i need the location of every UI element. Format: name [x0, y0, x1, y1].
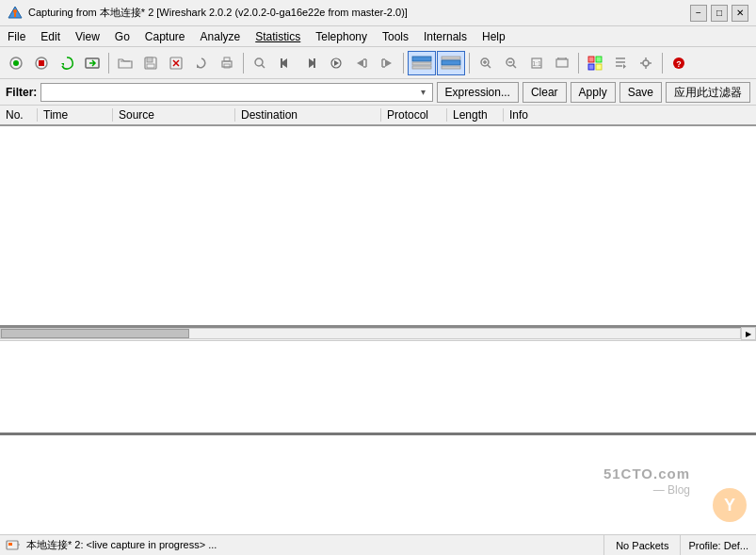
menu-help[interactable]: Help [475, 28, 513, 45]
last-packet-button[interactable] [375, 51, 399, 75]
svg-rect-24 [314, 58, 315, 68]
column-header-source: Source [113, 108, 235, 122]
main-content: No. Time Source Destination Protocol Len… [0, 106, 756, 534]
packet-bytes-pane[interactable]: 51CTO.com — Blog Y [0, 435, 756, 534]
svg-line-20 [262, 65, 265, 68]
svg-rect-57 [596, 64, 602, 70]
zoom-out-button[interactable] [499, 51, 523, 75]
goto-packet-button[interactable] [324, 51, 348, 75]
status-capture-text: 本地连接* 2: <live capture in progress> ... [26, 538, 217, 552]
svg-rect-36 [412, 62, 431, 65]
menu-analyze[interactable]: Analyze [193, 28, 249, 45]
svg-rect-40 [442, 66, 460, 69]
start-capture-button[interactable] [4, 51, 28, 75]
horizontal-scrollbar[interactable]: ▶ [0, 328, 756, 341]
svg-marker-58 [623, 64, 626, 69]
window-controls[interactable]: − □ ✕ [690, 5, 748, 22]
save-button[interactable] [138, 51, 163, 75]
packet-list-pane[interactable] [0, 126, 756, 328]
svg-rect-37 [412, 66, 431, 69]
svg-rect-55 [596, 57, 602, 62]
restart-capture-button[interactable] [55, 51, 79, 75]
svg-rect-2 [14, 13, 16, 17]
svg-marker-31 [385, 59, 392, 67]
next-packet-button[interactable] [298, 51, 323, 75]
svg-text:Y: Y [724, 496, 735, 514]
column-header-info: Info [504, 108, 756, 122]
toolbar-separator-1 [108, 53, 109, 73]
toolbar-separator-3 [403, 53, 404, 73]
print-button[interactable] [215, 51, 239, 75]
toolbar-separator-6 [662, 53, 663, 73]
zoom-fit-button[interactable] [550, 51, 574, 75]
status-no-packets: No Packets [603, 535, 681, 555]
close-button[interactable]: ✕ [732, 5, 748, 22]
maximize-button[interactable]: □ [711, 5, 728, 22]
reload-button[interactable] [189, 51, 214, 75]
svg-point-19 [255, 58, 263, 66]
help-button[interactable]: ? [667, 51, 691, 75]
zoom-reset-button[interactable]: 1:1 [524, 51, 549, 75]
column-header-length: Length [447, 108, 504, 122]
column-header-destination: Destination [235, 108, 381, 122]
zoom-in-button[interactable] [474, 51, 498, 75]
colorize-button[interactable] [583, 51, 607, 75]
filter-dropdown-button[interactable]: ▾ [415, 84, 432, 101]
scrollbar-track[interactable] [0, 328, 741, 339]
svg-point-4 [13, 60, 19, 66]
find-packet-button[interactable] [248, 51, 272, 75]
status-capture-icon [6, 538, 21, 553]
scroll-right-button[interactable]: ▶ [741, 327, 756, 340]
minimize-button[interactable]: − [690, 5, 707, 22]
settings-button[interactable] [634, 51, 658, 75]
apply-this-filter-button[interactable]: 应用此过滤器 [666, 82, 750, 103]
autoscroll-button[interactable] [608, 51, 633, 75]
svg-rect-50 [556, 59, 568, 67]
filter-label: Filter: [6, 86, 37, 99]
menu-telephony[interactable]: Telephony [308, 28, 375, 45]
show-pane-1-button[interactable] [408, 51, 436, 75]
svg-marker-27 [357, 59, 363, 67]
toolbar-separator-5 [578, 53, 579, 73]
svg-point-1 [13, 9, 17, 13]
apply-filter-button[interactable]: Apply [571, 82, 616, 103]
status-profile: Profile: Def... [681, 540, 756, 551]
expression-button[interactable]: Expression... [437, 82, 519, 103]
scrollbar-thumb[interactable] [1, 329, 189, 338]
status-bar: 本地连接* 2: <live capture in progress> ... … [0, 534, 756, 555]
menu-edit[interactable]: Edit [33, 28, 68, 45]
menu-statistics[interactable]: Statistics [248, 28, 308, 45]
first-packet-button[interactable] [349, 51, 374, 75]
watermark-line1: 51CTO.com [603, 465, 690, 482]
menu-view[interactable]: View [68, 28, 107, 45]
clear-filter-button[interactable]: Clear [523, 82, 567, 103]
svg-marker-26 [334, 60, 339, 66]
save-filter-button[interactable]: Save [619, 82, 662, 103]
packet-detail-pane[interactable] [0, 341, 756, 435]
menu-internals[interactable]: Internals [416, 28, 475, 45]
svg-line-42 [488, 65, 491, 68]
menu-tools[interactable]: Tools [375, 28, 416, 45]
menu-file[interactable]: File [0, 28, 33, 45]
menu-capture[interactable]: Capture [137, 28, 193, 45]
menu-go[interactable]: Go [107, 28, 137, 45]
watermark-line2: — Blog [603, 483, 690, 497]
open-button[interactable] [113, 51, 137, 75]
svg-rect-56 [588, 64, 594, 70]
close-file-button[interactable] [164, 51, 188, 75]
svg-rect-54 [588, 57, 594, 62]
title-bar: Capturing from 本地连接* 2 [Wireshark 2.0.2 … [0, 0, 756, 26]
svg-rect-10 [147, 57, 153, 62]
svg-line-46 [513, 65, 516, 68]
show-pane-2-button[interactable] [437, 51, 465, 75]
svg-rect-35 [412, 57, 431, 61]
svg-rect-6 [39, 60, 44, 66]
prev-packet-button[interactable] [273, 51, 298, 75]
toolbar-separator-2 [243, 53, 244, 73]
capture-options-button[interactable] [80, 51, 105, 75]
stop-capture-button[interactable] [29, 51, 54, 75]
toolbar: 1:1 [0, 47, 756, 79]
svg-text:?: ? [676, 59, 682, 69]
packet-list-header: No. Time Source Destination Protocol Len… [0, 106, 756, 126]
filter-input[interactable] [41, 84, 414, 101]
